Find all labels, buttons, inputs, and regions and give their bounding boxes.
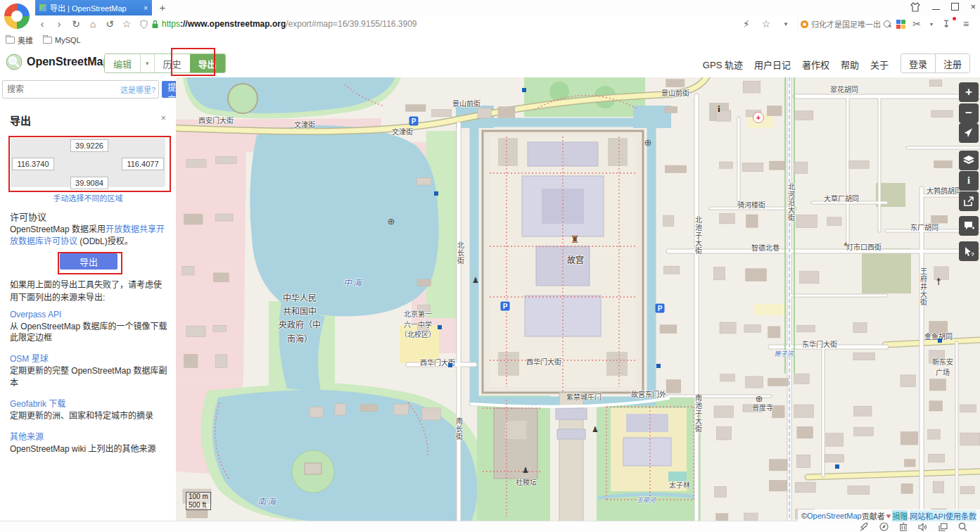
back-icon[interactable]: ‹ (34, 18, 51, 30)
map-attribution: © OpenStreetMap 贡献者 ♥捐赠. 网站和API使用条款 (798, 509, 980, 521)
osm-tab-buttons: 编辑 ▾ 历史 导出 (104, 53, 226, 73)
terms-link[interactable]: 网站和API使用条款 (910, 510, 976, 521)
folder-icon (6, 37, 15, 44)
history-button[interactable]: 历史 (154, 54, 190, 72)
signup-button[interactable]: 注册 (935, 54, 969, 72)
nav-about[interactable]: 关于 (870, 58, 889, 71)
tab-bar: 导出 | OpenStreetMap × + × (0, 0, 980, 15)
export-tab-button[interactable]: 导出 (190, 54, 225, 72)
north-bound-input[interactable] (70, 139, 108, 152)
browser-status-bar (0, 521, 980, 532)
export-button[interactable]: 导出 (60, 253, 117, 270)
reload-icon[interactable]: ↻ (68, 18, 84, 30)
nav-copyright[interactable]: 著作权 (802, 58, 829, 71)
share-button[interactable] (959, 191, 979, 211)
where-is-this-link[interactable]: 这是哪里? (120, 84, 155, 95)
source-list: Overpass API 从 OpenStreetMap 数据库的一个镜像下载此… (10, 310, 167, 463)
search-engine-text: 归化才是国足唯一出路 (811, 18, 881, 30)
locate-button[interactable] (959, 123, 979, 143)
tab-close-icon[interactable]: × (144, 4, 148, 12)
auth-buttons: 登录 注册 (901, 53, 970, 73)
shield-icon[interactable] (139, 20, 148, 29)
bookmark-folder-aowei[interactable]: 奥维 (6, 34, 33, 46)
url-path: /export#map=16/39.9155/116.3909 (286, 19, 416, 29)
source-planet: OSM 星球 定期更新的完整 OpenStreetMap 数据库副本 (10, 352, 167, 388)
edit-button[interactable]: 编辑 (105, 54, 140, 72)
west-bound-input[interactable] (12, 158, 54, 170)
chevron-down-icon[interactable]: ▾ (777, 20, 794, 27)
sidebar: 这是哪里? 提交 导出 × 手动选择不同的区域 许可协议 OpenStreetM… (0, 77, 177, 521)
bounds-widget (11, 138, 165, 187)
search-box[interactable]: 这是哪里? (2, 80, 159, 99)
layers-button[interactable] (959, 151, 979, 170)
new-tab-button[interactable]: + (156, 1, 169, 14)
login-button[interactable]: 登录 (901, 54, 935, 72)
zoom-out-button[interactable]: − (959, 103, 979, 123)
source-link[interactable]: Overpass API (10, 310, 167, 319)
search-input[interactable] (6, 84, 117, 95)
trash-icon[interactable] (899, 522, 908, 531)
donate-link[interactable]: 捐赠 (892, 510, 908, 521)
minimize-button[interactable] (932, 9, 940, 10)
url-host: ://www.openstreetmap.org (180, 19, 286, 29)
boost-rocket-icon[interactable] (859, 522, 869, 531)
favorites-star-icon[interactable]: ☆ (758, 18, 775, 30)
zoom-in-button[interactable]: + (959, 82, 979, 102)
east-bound-input[interactable] (122, 158, 164, 170)
bookmark-star-icon[interactable]: ☆ (118, 18, 135, 30)
license-paragraph: OpenStreetMap 数据采用开放数据共享开放数据库许可协议 (ODbL)… (10, 224, 166, 248)
source-link[interactable]: 其他来源 (10, 430, 167, 442)
home-icon[interactable]: ⌂ (84, 18, 101, 30)
osm-attribution-link[interactable]: OpenStreetMap (807, 512, 862, 520)
osm-title: OpenStreetMap (27, 56, 110, 68)
flash-icon[interactable]: ⚡ (738, 18, 755, 30)
edit-caret-icon[interactable]: ▾ (140, 54, 154, 72)
panel-close-icon[interactable]: × (160, 113, 166, 123)
scale-meters: 100 m (186, 492, 211, 501)
osm-brand[interactable]: OpenStreetMap (6, 53, 110, 70)
source-link[interactable]: Geofabrik 下载 (10, 397, 167, 409)
nav-gps-traces[interactable]: GPS 轨迹 (703, 58, 743, 71)
tab-favicon (39, 4, 46, 11)
map-key-button[interactable]: i (959, 171, 979, 191)
address-bar[interactable]: https://www.openstreetmap.org/export#map… (135, 16, 738, 32)
browser-window: 导出 | OpenStreetMap × + × ‹ › ↻ ⌂ ↺ ☆ (0, 0, 980, 532)
browser-logo[interactable] (4, 4, 30, 29)
note-icon (964, 221, 974, 231)
apps-grid-icon[interactable] (896, 20, 905, 29)
skin-icon[interactable] (910, 2, 921, 12)
volume-icon[interactable] (918, 523, 928, 531)
web-search-box[interactable]: 归化才是国足唯一出路 (797, 18, 893, 30)
panel-title: 导出 (10, 113, 166, 127)
query-features-button[interactable]: ? (959, 241, 979, 261)
download-icon[interactable]: ↧ (938, 18, 955, 30)
multi-window-icon[interactable] (938, 523, 948, 531)
search-icon[interactable] (884, 20, 891, 27)
query-cursor-icon: ? (964, 246, 974, 257)
manual-select-link[interactable]: 手动选择不同的区域 (0, 192, 176, 203)
close-window-button[interactable]: × (970, 1, 976, 12)
scale-bar: 100 m 500 ft (186, 492, 211, 510)
bookmark-folder-mysql[interactable]: MySQL (43, 36, 81, 44)
menu-icon[interactable]: ≡ (957, 18, 974, 30)
nav-user-diaries[interactable]: 用户日记 (754, 58, 791, 71)
maximize-button[interactable] (951, 3, 959, 11)
undo-icon[interactable]: ↺ (101, 18, 118, 30)
page-zoom-icon[interactable] (958, 522, 967, 531)
forward-icon[interactable]: › (51, 18, 68, 30)
scissors-caret-icon[interactable]: ▾ (928, 21, 935, 27)
osm-logo-icon (6, 53, 23, 70)
map-canvas[interactable] (176, 77, 980, 521)
compass-icon[interactable] (879, 522, 889, 531)
nav-help[interactable]: 帮助 (841, 58, 859, 71)
source-other: 其他来源 OpenStreetMap wiki 上列出的其他来源 (10, 430, 167, 455)
map-area[interactable]: 西安门大街文津街文津街景山前街景山前街西华门大街西华门大街故宫东门外骑河楼街大草… (176, 77, 980, 521)
south-bound-input[interactable] (70, 177, 108, 189)
add-note-button[interactable] (959, 216, 979, 236)
browser-tab[interactable]: 导出 | OpenStreetMap × (35, 0, 152, 15)
screenshot-scissors-icon[interactable]: ✂ (908, 18, 925, 30)
window-controls: × (910, 1, 976, 12)
source-link[interactable]: OSM 星球 (10, 352, 167, 364)
tab-title: 导出 | OpenStreetMap (50, 2, 141, 13)
bookmarks-bar: 奥维 MySQL (0, 32, 980, 49)
